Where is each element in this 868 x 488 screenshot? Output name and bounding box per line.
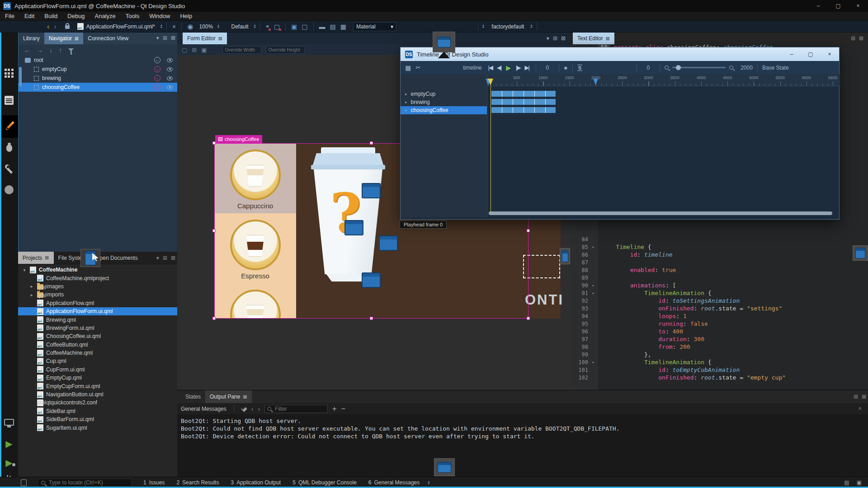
channel-selector[interactable]: General Messages <box>181 406 226 412</box>
previous-frame-button[interactable]: ◀| <box>497 64 501 71</box>
clear-icon[interactable] <box>241 406 247 412</box>
export-toggle-icon[interactable]: ← <box>154 57 160 63</box>
export-toggle-icon[interactable]: ← <box>154 66 160 72</box>
prev-item-icon[interactable]: ‹ <box>251 405 254 413</box>
bounds-off-icon[interactable]: ▢ <box>302 23 307 30</box>
timeline-track[interactable]: ▸ brewing <box>401 98 487 106</box>
timeline-hscrollbar[interactable] <box>489 211 832 215</box>
preview-icon[interactable]: ◉ <box>187 23 193 31</box>
file-tree-row[interactable]: qml CoffeeMachine.qmlproject <box>18 274 177 282</box>
navigator-item[interactable]: choosingCoffee ← <box>19 83 177 92</box>
zoom-out-icon[interactable] <box>665 66 669 70</box>
export-toggle-icon[interactable]: ← <box>154 75 160 81</box>
panel-tab[interactable]: Connection View <box>83 33 133 44</box>
expand-track-icon[interactable]: ▸ <box>405 92 407 96</box>
menu-item[interactable]: Build <box>39 12 62 21</box>
file-tree-row[interactable]: qml SugarItem.ui.qml <box>18 423 177 432</box>
override-height-field[interactable] <box>266 46 305 54</box>
visibility-eye-icon[interactable] <box>167 58 173 62</box>
minimize-button[interactable]: – <box>808 0 828 12</box>
output-pane-button[interactable]: 5 QML Debugger Console <box>292 479 357 486</box>
remove-output-icon[interactable]: − <box>341 405 345 413</box>
run-button[interactable]: ▶ <box>0 438 18 449</box>
expand-track-icon[interactable]: ▸ <box>405 108 407 113</box>
snap-margin-icon[interactable]: ▣ <box>201 47 207 53</box>
panel-tab[interactable]: Navigator ⊠ <box>44 33 84 44</box>
close-document-icon[interactable]: × <box>172 23 176 30</box>
edit-mode-icon[interactable] <box>0 96 18 105</box>
pane-menu-icon[interactable]: ▾ <box>547 35 549 42</box>
bounds-on-icon[interactable]: ▣ <box>291 23 297 30</box>
debug-run-button[interactable]: ▶ <box>0 457 18 468</box>
annotation-icon[interactable]: ⌖ <box>266 23 269 30</box>
welcome-mode-icon[interactable] <box>0 69 18 78</box>
filter-icon[interactable] <box>68 48 74 52</box>
file-tree-row[interactable]: qml SideBar.qml <box>18 407 177 415</box>
menu-item[interactable]: Analyze <box>90 12 121 21</box>
pane-close-icon[interactable]: ⊠ <box>862 394 866 400</box>
timeline-ruler[interactable]: 5001000150020002500300035004000450050005… <box>487 74 840 86</box>
pane-split-icon[interactable]: ⊞ <box>163 35 167 41</box>
output-tab[interactable]: States <box>181 390 205 403</box>
lock-icon[interactable] <box>65 23 70 30</box>
device-icon[interactable] <box>0 419 18 426</box>
move-left-icon[interactable]: ← <box>24 47 30 54</box>
pane-split-icon[interactable]: ⊞ <box>163 255 167 261</box>
visibility-eye-icon[interactable] <box>167 67 173 71</box>
output-pane-button[interactable]: 3 Application Output <box>231 479 281 486</box>
output-pane-button[interactable]: 1 Issues <box>143 479 165 486</box>
output-pane-button[interactable]: 2 Search Results <box>176 479 219 486</box>
locator-input[interactable] <box>38 479 132 487</box>
coffee-list-item[interactable] <box>214 283 296 319</box>
coffee-circle[interactable] <box>230 290 281 319</box>
file-tree-row[interactable]: qml NavigationButton.ui.qml <box>18 390 177 399</box>
file-tree-row[interactable]: qml EmptyCup.qml <box>18 374 177 382</box>
panes-spinner-icon[interactable]: ⇕ <box>427 480 430 485</box>
visibility-eye-icon[interactable] <box>167 76 173 80</box>
export-frame-icon[interactable]: ▢ <box>274 23 280 30</box>
next-frame-button[interactable]: |▶ <box>516 64 520 71</box>
visibility-eye-icon[interactable] <box>167 85 173 89</box>
file-tree-row[interactable]: qml ApplicationFlow.qml <box>18 299 177 307</box>
right-sidebar-toggle-icon[interactable]: ▤ <box>844 479 849 486</box>
panel-tab[interactable]: Library <box>19 33 44 44</box>
file-tree-row[interactable]: qml EmptyCupForm.ui.qml <box>18 382 177 390</box>
close-tab-icon[interactable]: ⊠ <box>606 36 610 42</box>
file-tree-row[interactable]: qml CupForm.ui.qml <box>18 366 177 374</box>
no-snapping-icon[interactable]: ▢ <box>182 47 187 53</box>
material-selector[interactable]: Material▾ <box>353 22 396 31</box>
pane-close-icon[interactable]: ⊠ <box>171 255 175 261</box>
file-tree-row[interactable]: qml ChoosingCoffee.ui.qml <box>18 332 177 340</box>
easing-curve-icon[interactable]: S <box>577 65 582 71</box>
playhead-frame-value[interactable]: 0 <box>642 65 655 71</box>
resize-handle[interactable] <box>212 229 216 232</box>
current-frame-value[interactable]: 0 <box>541 65 554 71</box>
cut-icon[interactable]: ✂ <box>415 64 420 71</box>
navigator-item[interactable]: emptyCup ← <box>19 65 177 74</box>
document-dropdown-icon[interactable]: ⇕ <box>160 24 163 29</box>
back-icon[interactable]: ‹ <box>47 23 49 31</box>
add-output-icon[interactable]: + <box>332 405 336 413</box>
layout-bar-icon[interactable]: ▬ <box>319 23 326 30</box>
close-tab-icon[interactable]: ⊠ <box>218 36 222 42</box>
coffee-list-item[interactable]: Espresso <box>214 213 296 283</box>
panel-tab[interactable]: Projects ⊠ <box>18 252 54 264</box>
zoom-in-icon[interactable] <box>729 66 733 70</box>
file-tree-row[interactable]: qml SideBarForm.ui.qml <box>18 415 177 423</box>
output-filter-input[interactable] <box>264 405 328 413</box>
output-tab[interactable]: Output Pane ⊠ <box>205 390 252 403</box>
expand-track-icon[interactable]: ▸ <box>405 100 407 104</box>
zoom-level[interactable]: 100% <box>199 23 213 30</box>
pane-split-icon[interactable]: ⊞ <box>553 35 557 42</box>
keyframe-bar[interactable] <box>491 91 556 97</box>
timeline-selector[interactable]: timeline <box>463 65 481 71</box>
minimize-button[interactable]: – <box>782 47 801 61</box>
move-down-icon[interactable]: ↓ <box>49 47 52 54</box>
file-tree-row[interactable]: ▸ qml images <box>18 282 177 291</box>
maximize-button[interactable]: ▢ <box>801 47 820 61</box>
debug-mode-icon[interactable] <box>0 145 18 152</box>
layout-grid-icon[interactable]: ▦ <box>340 23 346 30</box>
file-tree-row[interactable]: qml CoffeeMachine.qml <box>18 349 177 357</box>
resize-handle[interactable] <box>370 141 373 145</box>
override-width-field[interactable] <box>222 46 261 54</box>
